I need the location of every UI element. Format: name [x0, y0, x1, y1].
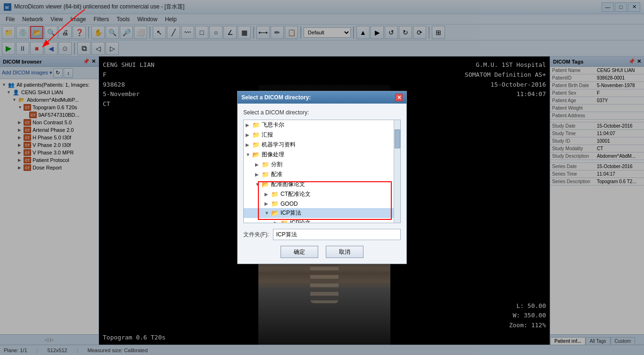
dialog-label: Select a DICOM directory:: [243, 109, 401, 116]
ftree-good[interactable]: ▶ 📁 GOOD: [244, 199, 400, 208]
cancel-button[interactable]: 取消: [326, 246, 363, 258]
folder-input-row: 文件夹(F):: [243, 229, 401, 240]
dialog-titlebar: Select a DICOM directory: ✕: [238, 91, 406, 104]
confirm-button[interactable]: 确定: [281, 246, 318, 258]
dialog-overlay: Select a DICOM directory: ✕ Select a DIC…: [0, 0, 644, 355]
dialog-body: Select a DICOM directory: ▶ 📁 飞思卡尔 ▶ 📁 汇…: [238, 104, 406, 264]
scroll-thumb[interactable]: [395, 129, 400, 148]
folder-open-icon2: 📂: [262, 181, 269, 188]
folder-icon: 📁: [262, 161, 269, 168]
ftree-segmentation[interactable]: ▶ 📁 分割: [244, 160, 400, 169]
select-dicom-dialog: Select a DICOM directory: ✕ Select a DIC…: [237, 91, 407, 264]
dialog-title-text: Select a DICOM directory:: [241, 94, 395, 101]
folder-input[interactable]: [273, 229, 401, 240]
ftree-ml[interactable]: ▶ 📁 机器学习资料: [244, 140, 400, 150]
ftree-registration[interactable]: ▶ 📁 配准: [244, 169, 400, 179]
folder-label: 文件夹(F):: [243, 231, 269, 239]
file-browser-tree[interactable]: ▶ 📁 飞思卡尔 ▶ 📁 汇报 ▶ 📁 机器学习资料 ▼ 📂 图: [243, 120, 401, 223]
ftree-reg-papers[interactable]: ▼ 📂 配准图像论文: [244, 179, 400, 189]
folder-open-icon3: 📂: [271, 210, 279, 217]
folder-icon: 📁: [252, 141, 260, 148]
dialog-close-button[interactable]: ✕: [395, 94, 403, 101]
ftree-icp[interactable]: ▼ 📂 ICP算法: [244, 208, 400, 218]
file-tree-scrollbar[interactable]: [394, 120, 400, 223]
dialog-buttons: 确定 取消: [243, 246, 401, 258]
ftree-icp-papers[interactable]: ▶ 📁 ICP论文: [244, 218, 400, 223]
folder-icon: 📁: [252, 121, 260, 129]
folder-icon: 📁: [252, 131, 260, 138]
folder-icon: 📁: [271, 200, 279, 207]
folder-icon: 📁: [271, 191, 279, 198]
ftree-feixika[interactable]: ▶ 📁 飞思卡尔: [244, 120, 400, 130]
ftree-ct-papers[interactable]: ▶ 📁 CT配准论文: [244, 189, 400, 199]
folder-icon: 📁: [281, 219, 288, 223]
ftree-image-processing[interactable]: ▼ 📂 图像处理: [244, 150, 400, 160]
ftree-huibao[interactable]: ▶ 📁 汇报: [244, 130, 400, 140]
folder-open-icon: 📂: [252, 151, 260, 158]
folder-icon: 📁: [262, 171, 269, 178]
